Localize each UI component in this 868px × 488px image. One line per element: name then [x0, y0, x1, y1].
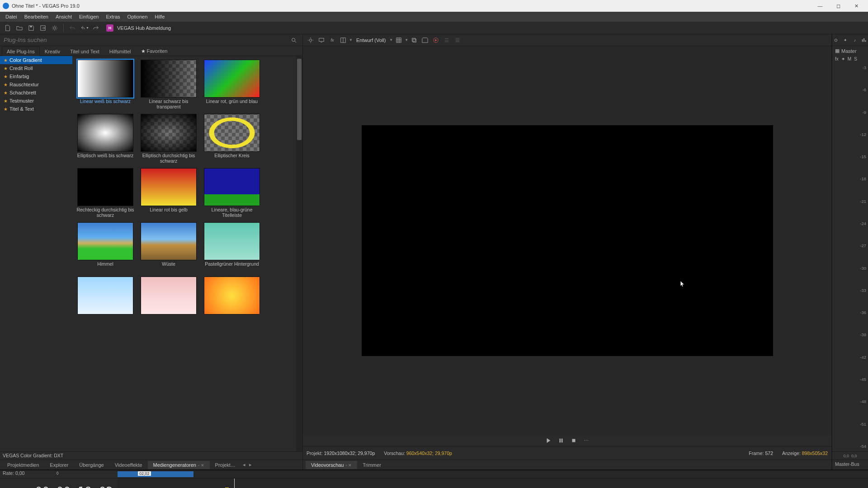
- tree-item[interactable]: ★Credit Roll: [0, 64, 72, 72]
- preview-tabs: Videovorschau▫ ✕Trimmer: [303, 460, 831, 469]
- master-gear-icon[interactable]: [832, 35, 840, 45]
- dock-tab[interactable]: Projekt…: [210, 461, 241, 469]
- minimize-button[interactable]: —: [811, 0, 829, 12]
- dock-tab[interactable]: Übergänge: [74, 461, 109, 469]
- undo-dropdown-icon[interactable]: ▼: [79, 23, 89, 33]
- rate-slider-icon[interactable]: ◊: [56, 470, 58, 476]
- preset-item[interactable]: Elliptisch durchsichtig bis schwarz: [139, 114, 198, 164]
- preview-bars-icon[interactable]: [453, 35, 462, 45]
- loop-region[interactable]: 02;02: [118, 471, 193, 477]
- time-ruler[interactable]: 00:00:00;0000:00:10;0000:00:19;2900:00:2…: [118, 479, 868, 488]
- hub-label[interactable]: VEGAS Hub Abmeldung: [117, 25, 171, 31]
- preset-item[interactable]: Linear rot, grün und blau: [203, 60, 261, 109]
- master-btn[interactable]: M: [848, 56, 851, 61]
- tree-item[interactable]: ★Titel & Text: [0, 105, 72, 113]
- menu-hilfe[interactable]: Hilfe: [151, 13, 168, 21]
- preset-scrollbar[interactable]: [296, 56, 302, 451]
- search-icon[interactable]: [289, 35, 299, 45]
- undo-icon[interactable]: [67, 23, 77, 33]
- master-expand-icon[interactable]: ▦: [835, 48, 840, 54]
- plugin-tree[interactable]: ★Color Gradient★Credit Roll★Einfarbig★Ra…: [0, 56, 72, 451]
- redo-icon[interactable]: [91, 23, 101, 33]
- master-btn[interactable]: fx: [835, 56, 839, 61]
- preview-more-icon[interactable]: ⋯: [581, 436, 591, 446]
- preview-video-icon[interactable]: [431, 35, 441, 45]
- tree-item[interactable]: ★Einfarbig: [0, 72, 72, 80]
- preset-item[interactable]: Lineare, blau-grüne Titelleiste: [203, 168, 261, 218]
- preview-fx-icon[interactable]: fx: [327, 35, 337, 45]
- render-icon[interactable]: [38, 23, 48, 33]
- timeline-marker-strip[interactable]: 02;02: [0, 470, 868, 479]
- meter-tick: -6: [863, 87, 866, 92]
- preview-copy-icon[interactable]: [409, 35, 419, 45]
- master-btn[interactable]: S: [854, 56, 857, 61]
- preview-pause-icon[interactable]: [556, 436, 566, 446]
- maximize-button[interactable]: ◻: [829, 0, 847, 12]
- preview-grid-icon[interactable]: [394, 35, 404, 45]
- menu-optionen[interactable]: Optionen: [124, 13, 151, 21]
- svg-rect-9: [559, 439, 561, 443]
- plugin-search-input[interactable]: [4, 37, 289, 43]
- preset-item[interactable]: Pastellgrüner Hintergrund: [203, 222, 261, 272]
- menu-ansicht[interactable]: Ansicht: [52, 13, 75, 21]
- preset-item[interactable]: Rechteckig durchsichtig bis schwarz: [76, 168, 135, 218]
- menu-datei[interactable]: Datei: [2, 13, 21, 21]
- preview-play-icon[interactable]: [543, 436, 553, 446]
- plugin-tab[interactable]: Alle Plug-Ins: [2, 47, 40, 56]
- preview-viewport[interactable]: [303, 46, 831, 435]
- preset-item[interactable]: Elliptisch weiß bis schwarz: [76, 114, 135, 164]
- playhead[interactable]: [234, 479, 235, 488]
- master-dim-icon[interactable]: ✦: [842, 35, 849, 45]
- meter-tick: -18: [860, 176, 866, 181]
- plugin-tab[interactable]: Kreativ: [40, 47, 65, 56]
- menu-extras[interactable]: Extras: [102, 13, 123, 21]
- plugin-tab[interactable]: Hilfsmittel: [104, 47, 136, 56]
- preset-item[interactable]: Linear schwarz bis transparent: [139, 60, 198, 109]
- preset-item[interactable]: Wüste: [139, 222, 198, 272]
- preview-quality[interactable]: Entwurf (Voll): [354, 37, 388, 44]
- tree-item[interactable]: ★Color Gradient: [0, 56, 72, 64]
- preview-snapshot-icon[interactable]: [420, 35, 430, 45]
- preview-tab[interactable]: Trimmer: [357, 461, 387, 469]
- dock-tab[interactable]: Mediengeneratoren▫ ✕: [148, 461, 210, 469]
- preset-item[interactable]: Himmel: [76, 222, 135, 272]
- preview-stop-icon[interactable]: [569, 436, 579, 446]
- preview-split-icon[interactable]: [338, 35, 348, 45]
- preset-item[interactable]: Linear rot bis gelb: [139, 168, 198, 218]
- preview-list-icon[interactable]: [442, 35, 452, 45]
- tree-item[interactable]: ★Schachbrett: [0, 89, 72, 97]
- menu-einfügen[interactable]: Einfügen: [75, 13, 102, 21]
- timecode-display[interactable]: 00:00:19;02: [35, 485, 113, 488]
- preset-item[interactable]: [139, 277, 198, 326]
- menu-bearbeiten[interactable]: Bearbeiten: [21, 13, 52, 21]
- hub-badge[interactable]: H: [106, 24, 113, 32]
- close-button[interactable]: ✕: [847, 0, 865, 12]
- preview-device-icon[interactable]: [316, 35, 326, 45]
- open-icon[interactable]: [14, 23, 24, 33]
- preview-settings-icon[interactable]: [306, 35, 316, 45]
- timeline-header: 00:00:19;02 00:00:00;0000:00:10;0000:00:…: [0, 479, 868, 488]
- tree-item[interactable]: ★Testmuster: [0, 97, 72, 105]
- master-tab[interactable]: Master-Bus: [832, 460, 868, 469]
- preset-item[interactable]: Elliptischer Kreis: [203, 114, 261, 164]
- dock-tab[interactable]: Explorer: [44, 461, 74, 469]
- preset-item[interactable]: Linear weiß bis schwarz: [76, 60, 135, 109]
- plugin-tab[interactable]: Titel und Text: [65, 47, 104, 56]
- tree-item[interactable]: ★Rauschtextur: [0, 80, 72, 89]
- master-btn[interactable]: ✦: [841, 56, 845, 61]
- dock-tab[interactable]: Projektmedien: [2, 461, 44, 469]
- save-icon[interactable]: [26, 23, 36, 33]
- plugin-tab[interactable]: ★Favoriten: [136, 46, 173, 56]
- preview-tab[interactable]: Videovorschau▫ ✕: [306, 461, 357, 469]
- preset-item[interactable]: [203, 277, 261, 326]
- master-meter-icon[interactable]: [860, 35, 868, 45]
- preset-item[interactable]: [76, 277, 135, 326]
- preset-thumb: [77, 114, 133, 152]
- new-icon[interactable]: [3, 23, 13, 33]
- preset-label: Linear weiß bis schwarz: [80, 99, 131, 109]
- properties-icon[interactable]: [50, 23, 60, 33]
- preset-grid[interactable]: Linear weiß bis schwarzLinear schwarz bi…: [72, 56, 296, 451]
- preview-pane: fx ▼ Entwurf (Voll) ▼ ▼ ⋯ Projekt: 1920x…: [303, 34, 832, 469]
- dock-tab[interactable]: Videoeffekte: [109, 461, 148, 469]
- master-mono-icon[interactable]: ♪: [851, 35, 859, 45]
